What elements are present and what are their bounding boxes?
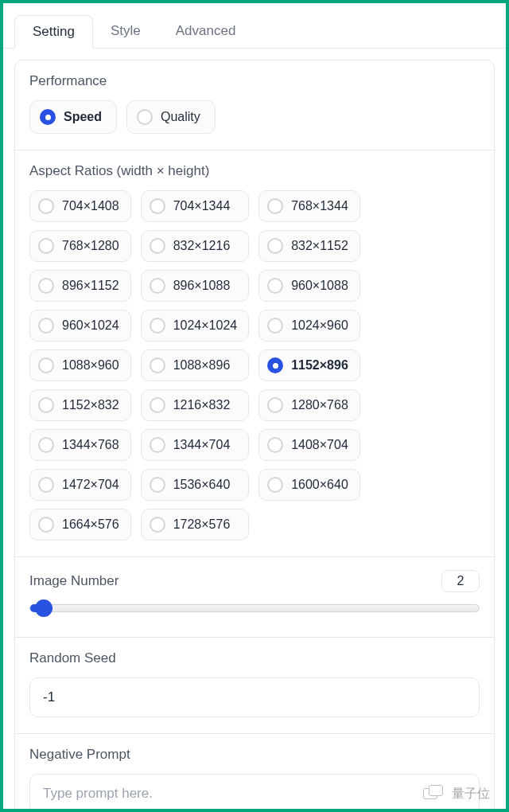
- random-seed-input[interactable]: [29, 677, 480, 717]
- radio-label: 1728×576: [173, 517, 231, 532]
- radio-label: 704×1408: [62, 199, 119, 213]
- aspect-option[interactable]: 1600×640: [258, 469, 360, 501]
- radio-icon: [40, 109, 56, 125]
- aspect-section: Aspect Ratios (width × height) 704×14087…: [15, 150, 494, 557]
- slider-thumb[interactable]: [35, 599, 52, 617]
- aspect-option[interactable]: 1280×768: [258, 389, 360, 421]
- radio-label: 1472×704: [62, 478, 119, 492]
- aspect-option[interactable]: 1152×832: [29, 389, 131, 421]
- radio-icon: [38, 318, 54, 334]
- aspect-option[interactable]: 1024×1024: [141, 310, 250, 342]
- random-seed-title: Random Seed: [29, 650, 480, 666]
- radio-label: 960×1024: [62, 318, 119, 333]
- radio-icon: [38, 278, 54, 294]
- aspect-option[interactable]: 960×1088: [258, 270, 360, 302]
- radio-icon: [38, 477, 54, 493]
- aspect-option[interactable]: 832×1152: [258, 230, 360, 262]
- radio-icon: [150, 198, 165, 214]
- radio-label: 1024×960: [291, 318, 348, 333]
- watermark-text: 量子位: [452, 786, 490, 802]
- aspect-option[interactable]: 768×1344: [258, 190, 360, 222]
- aspect-option[interactable]: 1728×576: [141, 509, 250, 541]
- radio-label: 960×1088: [291, 279, 348, 293]
- radio-icon: [38, 397, 54, 413]
- radio-label: 1280×768: [291, 398, 348, 412]
- watermark: 量子位: [423, 785, 490, 802]
- radio-label: 1152×832: [62, 398, 119, 412]
- radio-icon: [38, 198, 54, 214]
- radio-icon: [267, 198, 283, 214]
- aspect-option[interactable]: 1344×704: [141, 429, 250, 461]
- radio-label: 896×1088: [173, 279, 231, 293]
- radio-label: 832×1152: [291, 239, 348, 253]
- aspect-option[interactable]: 1152×896: [258, 349, 360, 381]
- aspect-option[interactable]: 768×1280: [29, 230, 131, 262]
- tab-advanced[interactable]: Advanced: [158, 15, 254, 49]
- radio-label: Quality: [161, 110, 200, 124]
- radio-label: 1664×576: [62, 517, 119, 532]
- performance-title: Performance: [29, 73, 480, 89]
- radio-label: 1088×960: [62, 358, 119, 373]
- image-number-value[interactable]: 2: [441, 570, 480, 592]
- tab-style[interactable]: Style: [93, 15, 158, 49]
- radio-icon: [267, 278, 283, 294]
- radio-label: 1024×1024: [173, 318, 238, 333]
- radio-icon: [150, 477, 165, 493]
- performance-options: SpeedQuality: [29, 100, 480, 134]
- aspect-option[interactable]: 704×1408: [29, 190, 131, 222]
- radio-icon: [267, 357, 283, 373]
- aspect-option[interactable]: 832×1216: [141, 230, 250, 262]
- tab-setting[interactable]: Setting: [14, 15, 93, 49]
- radio-icon: [38, 357, 54, 373]
- radio-icon: [150, 397, 165, 413]
- aspect-option[interactable]: 704×1344: [141, 190, 250, 222]
- radio-icon: [267, 238, 283, 254]
- aspect-option[interactable]: 1664×576: [29, 509, 131, 541]
- radio-icon: [267, 477, 283, 493]
- aspect-option[interactable]: 1024×960: [258, 310, 360, 342]
- radio-icon: [150, 357, 165, 373]
- radio-icon: [150, 238, 165, 254]
- negative-prompt-title: Negative Prompt: [29, 747, 480, 763]
- aspect-option[interactable]: 1472×704: [29, 469, 131, 501]
- radio-icon: [267, 397, 283, 413]
- radio-label: 1344×768: [62, 438, 119, 452]
- radio-label: 1536×640: [173, 478, 231, 492]
- tabs-bar: Setting Style Advanced: [3, 3, 506, 49]
- radio-label: 1088×896: [173, 358, 231, 373]
- random-seed-section: Random Seed: [15, 638, 494, 734]
- radio-icon: [150, 278, 165, 294]
- radio-icon: [150, 318, 165, 334]
- aspect-option[interactable]: 1088×896: [141, 349, 250, 381]
- aspect-option[interactable]: 1088×960: [29, 349, 131, 381]
- radio-label: 1216×832: [173, 398, 231, 412]
- radio-icon: [267, 437, 283, 453]
- radio-icon: [38, 238, 54, 254]
- settings-panel: Performance SpeedQuality Aspect Ratios (…: [14, 60, 495, 812]
- radio-icon: [150, 517, 165, 533]
- radio-icon: [267, 318, 283, 334]
- aspect-option[interactable]: 1344×768: [29, 429, 131, 461]
- aspect-option[interactable]: 1216×832: [141, 389, 250, 421]
- radio-label: 1344×704: [173, 438, 231, 452]
- aspect-options-grid: 704×1408704×1344768×1344768×1280832×1216…: [29, 190, 480, 541]
- negative-prompt-input[interactable]: [29, 774, 480, 812]
- radio-label: 768×1344: [291, 199, 348, 213]
- radio-label: 832×1216: [173, 239, 231, 253]
- image-number-title: Image Number: [29, 573, 119, 589]
- aspect-option[interactable]: 1408×704: [258, 429, 360, 461]
- aspect-title: Aspect Ratios (width × height): [29, 163, 480, 179]
- radio-label: 1408×704: [291, 438, 348, 452]
- image-number-slider[interactable]: [29, 600, 480, 616]
- radio-label: 768×1280: [62, 239, 119, 253]
- radio-icon: [137, 109, 153, 125]
- aspect-option[interactable]: 896×1152: [29, 270, 131, 302]
- radio-icon: [38, 437, 54, 453]
- aspect-option[interactable]: 1536×640: [141, 469, 250, 501]
- performance-option-quality[interactable]: Quality: [126, 100, 216, 134]
- performance-option-speed[interactable]: Speed: [29, 100, 117, 134]
- aspect-option[interactable]: 896×1088: [141, 270, 250, 302]
- negative-prompt-section: Negative Prompt: [15, 734, 494, 812]
- radio-label: 896×1152: [62, 279, 119, 293]
- aspect-option[interactable]: 960×1024: [29, 310, 131, 342]
